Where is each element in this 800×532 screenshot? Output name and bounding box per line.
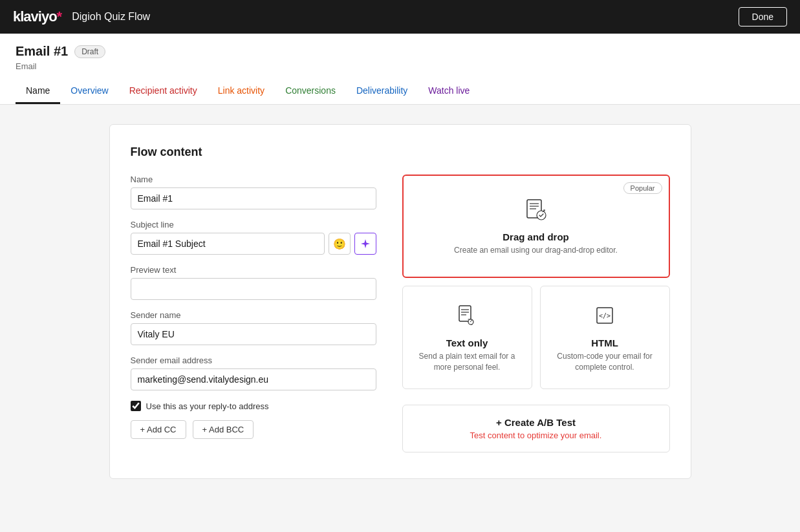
text-only-desc: Send a plain text email for a more perso… — [413, 351, 521, 373]
name-group: Name — [131, 175, 376, 209]
sender-email-group: Sender email address — [131, 356, 376, 390]
subject-line-label: Subject line — [131, 220, 376, 229]
drag-drop-icon — [523, 197, 549, 225]
email-title-row: Email #1 Draft — [16, 44, 784, 59]
form-column: Name Subject line 🙂 — [131, 175, 376, 452]
html-card[interactable]: </> HTML Custom-code your email for comp… — [540, 286, 670, 389]
ab-test-section[interactable]: + Create A/B Test Test content to optimi… — [402, 405, 670, 452]
text-only-card[interactable]: Text only Send a plain text email for a … — [402, 286, 532, 389]
svg-point-9 — [468, 319, 473, 325]
svg-text:</>: </> — [599, 312, 611, 319]
nav-left: klaviyo* Digioh Quiz Flow — [13, 8, 150, 25]
page-header: Email #1 Draft Email Name Overview Recip… — [0, 34, 800, 105]
two-column-layout: Name Subject line 🙂 — [131, 175, 670, 452]
add-btn-row: + Add CC + Add BCC — [131, 420, 376, 439]
sender-name-group: Sender name — [131, 310, 376, 345]
done-button[interactable]: Done — [739, 7, 787, 27]
name-label: Name — [131, 175, 376, 184]
drag-drop-title: Drag and drop — [503, 231, 569, 242]
text-only-title: Text only — [446, 337, 488, 348]
add-cc-button[interactable]: + Add CC — [131, 420, 186, 439]
tab-watch-live[interactable]: Watch live — [418, 79, 480, 104]
content-card: Flow content Name Subject line 🙂 — [109, 124, 691, 479]
tabs: Name Overview Recipient activity Link ac… — [16, 79, 784, 104]
editor-column: Popular Drag — [402, 175, 670, 452]
sender-name-input[interactable] — [131, 323, 376, 345]
name-input[interactable] — [131, 187, 376, 209]
tab-overview[interactable]: Overview — [60, 79, 118, 104]
preview-text-input[interactable] — [131, 278, 376, 300]
ab-test-title: + Create A/B Test — [415, 417, 658, 428]
tab-conversions[interactable]: Conversions — [275, 79, 346, 104]
subject-line-input[interactable] — [131, 233, 325, 255]
email-title: Email #1 — [16, 44, 68, 59]
svg-rect-5 — [459, 306, 471, 321]
ab-test-desc: Test content to optimize your email. — [415, 431, 658, 440]
sender-name-label: Sender name — [131, 310, 376, 320]
top-nav: klaviyo* Digioh Quiz Flow Done — [0, 0, 800, 34]
sender-email-input[interactable] — [131, 368, 376, 390]
tab-link-activity[interactable]: Link activity — [208, 79, 275, 104]
reply-to-checkbox-row: Use this as your reply-to address — [131, 401, 376, 411]
reply-to-checkbox[interactable] — [131, 401, 141, 411]
html-icon: </> — [592, 303, 618, 331]
drag-drop-card[interactable]: Popular Drag — [402, 175, 670, 278]
email-subtitle: Email — [16, 61, 784, 71]
tab-message-content[interactable]: Name — [16, 79, 60, 104]
subject-row: 🙂 — [131, 233, 376, 255]
klaviyo-logo: klaviyo* — [13, 8, 61, 25]
reply-to-label: Use this as your reply-to address — [146, 401, 269, 411]
emoji-button[interactable]: 🙂 — [329, 233, 351, 255]
main-content: Flow content Name Subject line 🙂 — [0, 105, 800, 532]
html-title: HTML — [591, 337, 618, 348]
text-only-icon — [454, 303, 480, 331]
editor-grid: Popular Drag — [402, 175, 670, 389]
drag-drop-desc: Create an email using our drag-and-drop … — [454, 245, 618, 256]
tab-recipient-activity[interactable]: Recipient activity — [119, 79, 208, 104]
preview-text-label: Preview text — [131, 265, 376, 275]
sparkle-button[interactable] — [354, 233, 376, 255]
logo-dot: * — [57, 8, 62, 25]
popular-badge: Popular — [623, 182, 662, 194]
preview-text-group: Preview text — [131, 265, 376, 300]
subject-line-group: Subject line 🙂 — [131, 220, 376, 255]
tab-deliverability[interactable]: Deliverability — [346, 79, 418, 104]
flow-name: Digioh Quiz Flow — [72, 11, 150, 23]
sender-email-label: Sender email address — [131, 356, 376, 365]
add-bcc-button[interactable]: + Add BCC — [193, 420, 254, 439]
html-desc: Custom-code your email for complete cont… — [551, 351, 659, 373]
svg-point-4 — [537, 211, 546, 220]
draft-badge: Draft — [74, 45, 105, 58]
flow-content-title: Flow content — [131, 145, 670, 159]
